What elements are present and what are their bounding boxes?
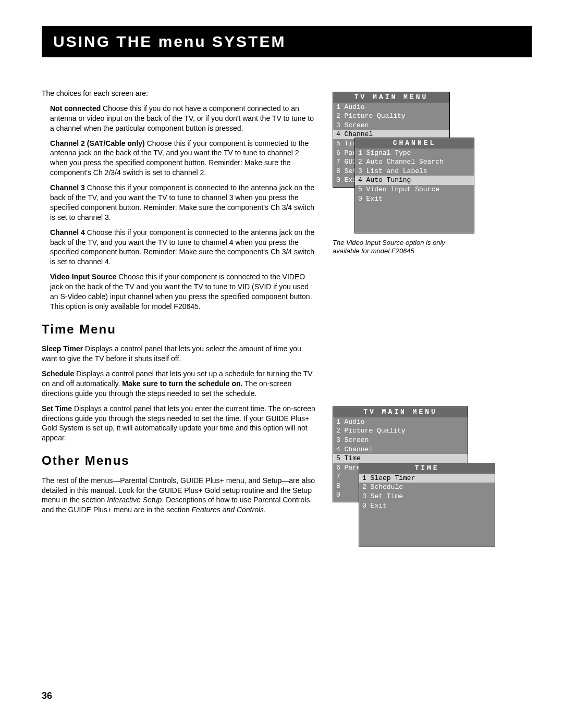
para-channel2: Channel 2 (SAT/Cable only) Choose this i… bbox=[42, 139, 318, 178]
osd1-r1: 1 Audio bbox=[333, 103, 449, 112]
osd1-footnote: The Video Input Source option is only av… bbox=[333, 239, 452, 255]
osd2-r1: 1 Audio bbox=[333, 417, 468, 427]
osd2-sub-body: 1 Sleep Timer 2 Schedule 3 Set Time 0 Ex… bbox=[359, 474, 495, 547]
para-video-input: Video Input Source Choose this if your c… bbox=[42, 272, 318, 312]
osd2-r5-selected: 5 Time bbox=[333, 454, 468, 463]
heading-time-menu: Time Menu bbox=[42, 321, 318, 338]
osd2-r4: 4 Channel bbox=[333, 445, 468, 454]
osd1-r2: 2 Picture Quality bbox=[333, 112, 449, 121]
term-schedule: Schedule bbox=[42, 369, 74, 378]
osd2-subtitle: TIME bbox=[359, 463, 495, 474]
time-submenu-box: TIME 1 Sleep Timer 2 Schedule 3 Set Time… bbox=[359, 463, 495, 547]
content-columns: The choices for each screen are: Not con… bbox=[42, 89, 532, 531]
other-p3: . bbox=[264, 505, 266, 514]
para-not-connected: Not connected Choose this if you do not … bbox=[42, 104, 318, 133]
heading-other-menus: Other Menus bbox=[42, 452, 318, 469]
desc-channel4: Choose this if your component is connect… bbox=[50, 228, 314, 266]
term-set-time: Set Time bbox=[42, 404, 72, 413]
osd1-sub-body: 1 Signal Type 2 Auto Channel Search 3 Li… bbox=[355, 149, 474, 233]
manual-page: USING THE menu SYSTEM The choices for ea… bbox=[0, 0, 563, 728]
para-set-time: Set Time Displays a control panel that l… bbox=[42, 404, 318, 443]
osd1-s3: 3 List and Labels bbox=[355, 167, 474, 176]
osd1-subtitle: CHANNEL bbox=[355, 138, 474, 149]
term-channel2: Channel 2 (SAT/Cable only) bbox=[50, 139, 145, 147]
osd2-r2: 2 Picture Quality bbox=[333, 426, 468, 436]
osd1-r3: 3 Screen bbox=[333, 121, 449, 130]
para-channel4: Channel 4 Choose this if your component … bbox=[42, 228, 318, 267]
osd1-title: TV MAIN MENU bbox=[333, 92, 449, 103]
term-not-connected: Not connected bbox=[50, 104, 101, 113]
desc-channel3: Choose this if your component is connect… bbox=[50, 183, 314, 221]
tv-screenshot-time: TV MAIN MENU 1 Audio 2 Picture Quality 3… bbox=[333, 406, 532, 502]
left-column: The choices for each screen are: Not con… bbox=[42, 89, 318, 531]
para-sleep-timer: Sleep Timer Displays a control panel tha… bbox=[42, 344, 318, 364]
other-em2: Features and Controls bbox=[192, 505, 264, 514]
osd1-blank3 bbox=[355, 221, 474, 231]
right-column: TV MAIN MENU 1 Audio 2 Picture Quality 3… bbox=[333, 89, 532, 531]
term-video-input: Video Input Source bbox=[50, 273, 116, 281]
para-other-menus: The rest of the menus—Parental Controls,… bbox=[42, 476, 318, 515]
osd2-s4: 0 Exit bbox=[359, 501, 495, 511]
para-channel3: Channel 3 Choose this if your component … bbox=[42, 183, 318, 223]
osd1-s4-selected: 4 Auto Tuning bbox=[355, 176, 474, 185]
osd1-s6: 0 Exit bbox=[355, 194, 474, 204]
osd2-r3: 3 Screen bbox=[333, 436, 468, 445]
term-sleep-timer: Sleep Timer bbox=[42, 344, 83, 353]
page-number: 36 bbox=[42, 689, 52, 702]
osd1-blank2 bbox=[355, 213, 474, 222]
chapter-header: USING THE menu SYSTEM bbox=[42, 26, 532, 57]
term-channel3: Channel 3 bbox=[50, 183, 85, 192]
tv-screenshot-channel: TV MAIN MENU 1 Audio 2 Picture Quality 3… bbox=[333, 92, 532, 255]
channel-submenu-box: CHANNEL 1 Signal Type 2 Auto Channel Sea… bbox=[354, 138, 474, 233]
spacer bbox=[333, 283, 532, 403]
chapter-title: USING THE menu SYSTEM bbox=[53, 31, 286, 53]
osd2-s1-selected: 1 Sleep Timer bbox=[359, 474, 495, 483]
osd2-s2: 2 Schedule bbox=[359, 483, 495, 492]
osd1-s5: 5 Video Input Source bbox=[355, 185, 474, 194]
intro-line: The choices for each screen are: bbox=[42, 89, 318, 98]
bold-make-sure: Make sure to turn the schedule on. bbox=[122, 379, 242, 388]
para-schedule: Schedule Displays a control panel that l… bbox=[42, 369, 318, 399]
osd1-s1: 1 Signal Type bbox=[355, 149, 474, 158]
term-channel4: Channel 4 bbox=[50, 228, 85, 237]
osd2-s3: 3 Set Time bbox=[359, 492, 495, 501]
other-em1: Interactive Setup bbox=[107, 496, 162, 504]
osd2-title: TV MAIN MENU bbox=[333, 407, 468, 417]
osd1-s2: 2 Auto Channel Search bbox=[355, 157, 474, 167]
osd1-blank1 bbox=[355, 203, 474, 213]
desc-set-time: Displays a control panel that lets you e… bbox=[42, 404, 315, 442]
